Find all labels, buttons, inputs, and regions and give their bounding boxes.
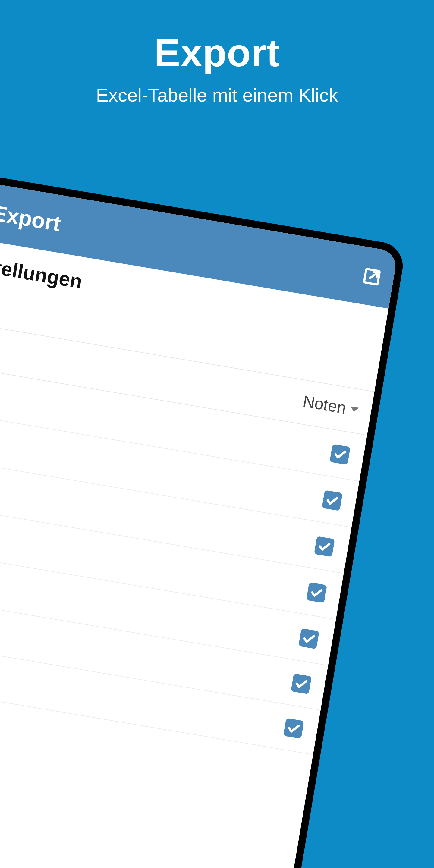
- course-checkbox[interactable]: [306, 582, 327, 603]
- course-checkbox[interactable]: [299, 628, 319, 649]
- course-checkbox[interactable]: [291, 673, 312, 694]
- promo-title: Export: [0, 30, 434, 75]
- app-bar-title: Export: [0, 200, 62, 236]
- setting-type-value: Noten: [302, 392, 347, 417]
- course-checkbox[interactable]: [322, 490, 343, 511]
- content: Einstellungen Typ Kurse Noten MusikSport…: [0, 234, 389, 755]
- setting-type-dropdown[interactable]: Noten: [302, 392, 360, 419]
- chevron-down-icon: [350, 406, 359, 412]
- promo-subtitle: Excel-Tabelle mit einem Klick: [0, 84, 434, 106]
- course-checkbox[interactable]: [314, 536, 335, 557]
- open-external-icon[interactable]: [361, 266, 383, 288]
- course-checkbox[interactable]: [283, 718, 304, 739]
- course-checkbox[interactable]: [330, 444, 350, 465]
- app-screen: Export Einstellungen Typ Kurse Noten: [0, 177, 398, 868]
- promo-header: Export Excel-Tabelle mit einem Klick: [0, 30, 434, 106]
- device-frame: Export Einstellungen Typ Kurse Noten: [0, 169, 406, 868]
